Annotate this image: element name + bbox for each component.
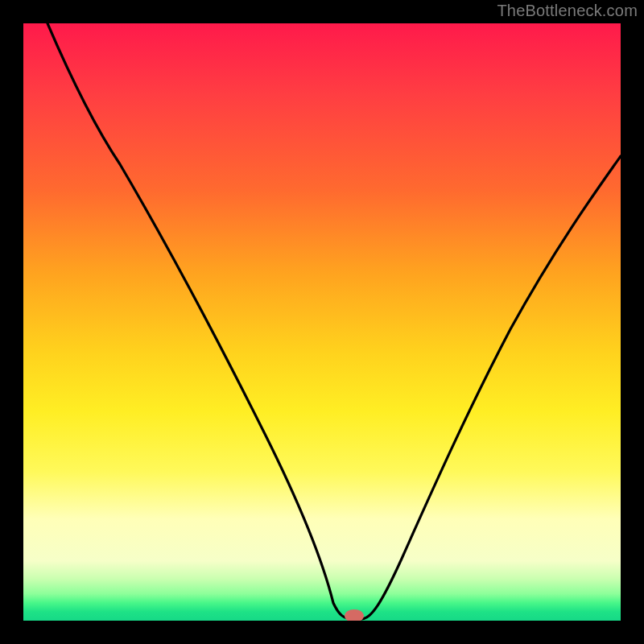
optimal-point-marker (345, 609, 364, 621)
watermark-text: TheBottleneck.com (497, 2, 638, 20)
bottleneck-curve-svg (23, 23, 621, 621)
plot-area (23, 23, 621, 621)
chart-container: TheBottleneck.com (0, 0, 644, 644)
bottleneck-curve-path (47, 23, 621, 619)
